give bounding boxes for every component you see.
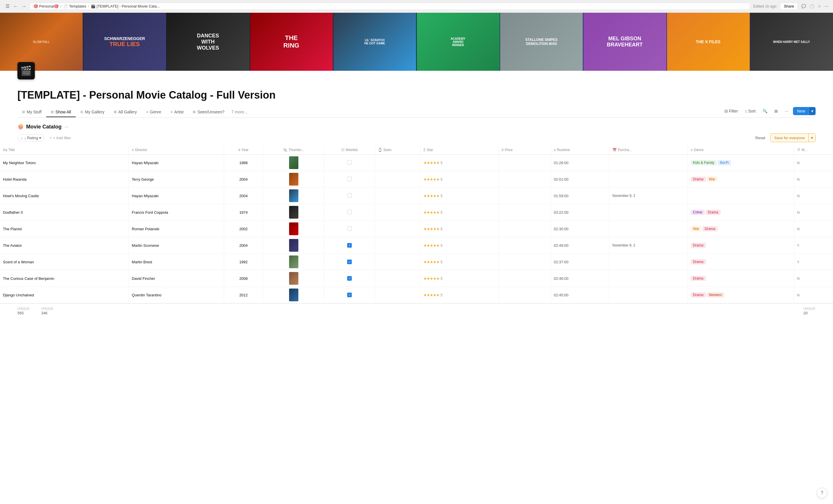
cell-wishlist[interactable] xyxy=(324,187,375,204)
table-row[interactable]: Scent of a WomanMartin Brest1992✓★★★★★50… xyxy=(0,254,833,270)
tab-my-gallery-icon: ⊟ xyxy=(80,110,83,114)
star-rating: ★★★★★ xyxy=(424,276,439,281)
share-button[interactable]: Share xyxy=(780,3,798,10)
col-header-thumbnail[interactable]: 📎Thumbn... xyxy=(263,146,324,155)
save-for-everyone-button[interactable]: Save for everyone ▾ xyxy=(770,133,815,142)
cell-thumbnail xyxy=(263,287,324,303)
tab-seen-unseen[interactable]: ⊞ Seen/Unseen? xyxy=(188,107,229,117)
col-header-m[interactable]: ⏱M... xyxy=(794,146,833,155)
checkbox-unchecked-icon[interactable] xyxy=(347,210,352,214)
filter-button[interactable]: ⊟ Filter xyxy=(722,107,740,115)
cell-wishlist[interactable] xyxy=(324,155,375,171)
cell-year: 2004 xyxy=(224,237,263,254)
tab-show-all[interactable]: ⊞ Show All xyxy=(46,107,76,117)
col-header-seen[interactable]: ⌚Seen xyxy=(375,146,420,155)
layout-button[interactable]: ⊞ xyxy=(772,107,780,115)
cell-runtime: 02:45:00 xyxy=(551,287,609,303)
col-header-star[interactable]: ΣStar xyxy=(420,146,498,155)
back-icon[interactable]: ← xyxy=(13,3,19,9)
breadcrumb-personal[interactable]: 🎯Personal🎯 xyxy=(33,4,58,8)
more-options-button[interactable]: ··· xyxy=(783,107,791,115)
clock-icon[interactable]: 🕐 xyxy=(809,4,814,8)
breadcrumb-templates[interactable]: 📄Templates xyxy=(63,4,86,8)
checkbox-unchecked-icon[interactable] xyxy=(347,226,352,231)
new-label: New xyxy=(797,109,805,114)
table-row[interactable]: The PianistRoman Polanski2002★★★★★502:30… xyxy=(0,221,833,237)
checkbox-unchecked-icon[interactable] xyxy=(347,193,352,198)
page-title: [TEMPLATE] - Personal Movie Catalog - Fu… xyxy=(18,89,815,101)
cell-wishlist[interactable]: ✓ xyxy=(324,287,375,303)
col-header-genre[interactable]: ≡Genre xyxy=(688,146,794,155)
cell-wishlist[interactable]: ✓ xyxy=(324,237,375,254)
cell-star: ★★★★★5 xyxy=(420,155,498,171)
col-header-price[interactable]: #Price xyxy=(499,146,551,155)
cell-wishlist[interactable]: ✓ xyxy=(324,254,375,270)
sort-button[interactable]: ↕ Sort xyxy=(743,107,758,115)
genre-tag: Drama xyxy=(691,292,706,298)
col-header-director[interactable]: ≡Director xyxy=(129,146,224,155)
cell-year: 2004 xyxy=(224,187,263,204)
star-rating: ★★★★★ xyxy=(424,210,439,215)
table-row[interactable]: Howl's Moving CastleHayao Miyazaki2004★★… xyxy=(0,187,833,204)
price-col-icon: # xyxy=(502,148,504,152)
director-col-icon: ≡ xyxy=(132,148,134,152)
checkbox-checked-icon[interactable]: ✓ xyxy=(347,276,352,281)
cell-wishlist[interactable] xyxy=(324,171,375,187)
star-col-icon: Σ xyxy=(424,148,426,152)
table-row[interactable]: The Curious Case of BenjaminDavid Finche… xyxy=(0,270,833,287)
checkbox-checked-icon[interactable]: ✓ xyxy=(347,259,352,264)
breadcrumb-sep-1: / xyxy=(61,4,62,8)
cell-wishlist[interactable] xyxy=(324,204,375,221)
table-row[interactable]: Hotel RwandaTerry George2004★★★★★502:01:… xyxy=(0,171,833,187)
thumb-col-icon: 📎 xyxy=(283,148,287,152)
database-title-text: Movie Catalog xyxy=(26,124,62,130)
cell-title: Hotel Rwanda xyxy=(0,171,129,187)
star-icon[interactable]: ☆ xyxy=(817,4,821,8)
comment-icon[interactable]: 💬 xyxy=(801,4,806,8)
col-header-runtime[interactable]: ≡Runtime xyxy=(551,146,609,155)
tab-my-stuff[interactable]: ⊞ My Stuff xyxy=(18,107,46,117)
cell-m: Y xyxy=(794,237,833,254)
cell-seen xyxy=(375,287,420,303)
more-tabs-button[interactable]: 7 more... xyxy=(229,108,249,116)
checkbox-checked-icon[interactable]: ✓ xyxy=(347,243,352,248)
table-row[interactable]: Godfather IIFrancis Ford Coppola1974★★★★… xyxy=(0,204,833,221)
col-header-wishlist[interactable]: ☑Wishlist xyxy=(324,146,375,155)
cell-runtime: 02:37:00 xyxy=(551,254,609,270)
cell-wishlist[interactable] xyxy=(324,221,375,237)
col-header-year[interactable]: #Year xyxy=(224,146,263,155)
new-button[interactable]: New ▾ xyxy=(793,107,815,115)
checkbox-checked-icon[interactable]: ✓ xyxy=(347,293,352,297)
database-options-button[interactable]: ··· xyxy=(65,124,69,130)
rating-filter-chip[interactable]: ↓ ↓ Rating ▾ xyxy=(18,134,44,142)
star-count: 5 xyxy=(441,244,443,248)
more-icon[interactable]: ⋯ xyxy=(825,4,828,8)
table-row[interactable]: The AviatorMartin Scorsese2004✓★★★★★502:… xyxy=(0,237,833,254)
reset-button[interactable]: Reset xyxy=(753,134,768,141)
col-header-title[interactable]: AaTitle xyxy=(0,146,129,155)
cell-thumbnail xyxy=(263,204,324,221)
tab-my-gallery[interactable]: ⊟ My Gallery xyxy=(76,107,109,117)
star-count: 5 xyxy=(441,210,443,215)
search-button[interactable]: 🔍 xyxy=(760,107,770,115)
tab-genre[interactable]: ≡ Genre xyxy=(142,107,166,117)
cell-wishlist[interactable]: ✓ xyxy=(324,270,375,287)
hamburger-icon[interactable]: ☰ xyxy=(5,3,10,9)
add-filter-button[interactable]: + + Add filter xyxy=(47,134,73,141)
cell-seen xyxy=(375,187,420,204)
col-header-purchase[interactable]: 📅Purcha... xyxy=(610,146,688,155)
tab-artist[interactable]: ≡ Artist xyxy=(166,107,188,117)
star-count: 5 xyxy=(441,177,443,181)
cell-seen xyxy=(375,171,420,187)
new-button-arrow[interactable]: ▾ xyxy=(809,107,815,115)
filter-icon: ⊟ xyxy=(724,109,728,114)
forward-icon[interactable]: → xyxy=(21,3,27,9)
checkbox-unchecked-icon[interactable] xyxy=(347,160,352,165)
breadcrumb-current: 🎬[TEMPLATE] - Personal Movie Cata... xyxy=(91,4,160,8)
tab-all-gallery-label: All Gallery xyxy=(118,109,137,114)
table-row[interactable]: My Neighbor TotoroHayao Miyazaki1988★★★★… xyxy=(0,155,833,171)
tab-all-gallery[interactable]: ⊞ All Gallery xyxy=(109,107,142,117)
cell-year: 1988 xyxy=(224,155,263,171)
table-row[interactable]: Django UnchainedQuentin Tarantino2012✓★★… xyxy=(0,287,833,303)
checkbox-unchecked-icon[interactable] xyxy=(347,177,352,181)
